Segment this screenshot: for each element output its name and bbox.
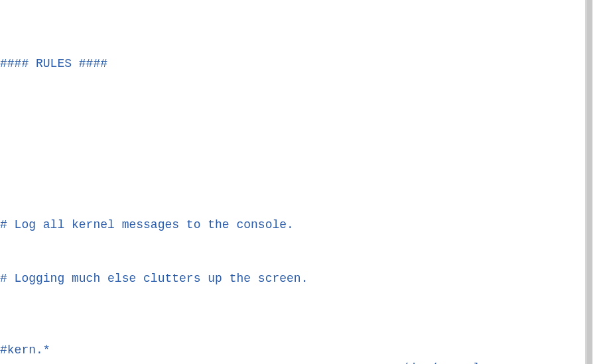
config-file-view: #### RULES #### # Log all kernel message…: [0, 0, 586, 364]
comment-kernel-1: # Log all kernel messages to the console…: [0, 216, 586, 234]
rules-header: #### RULES ####: [0, 55, 586, 73]
scrollbar-thumb[interactable]: [586, 0, 592, 364]
selector-kern: #kern.*: [0, 341, 50, 359]
blank-line: [0, 109, 586, 127]
dest-dev-console: /dev/console: [401, 359, 488, 364]
entry-kern: #kern.* /dev/console: [0, 324, 586, 341]
scrollbar[interactable]: [585, 0, 593, 364]
blank-line: [0, 162, 586, 180]
comment-kernel-2: # Logging much else clutters up the scre…: [0, 270, 586, 288]
